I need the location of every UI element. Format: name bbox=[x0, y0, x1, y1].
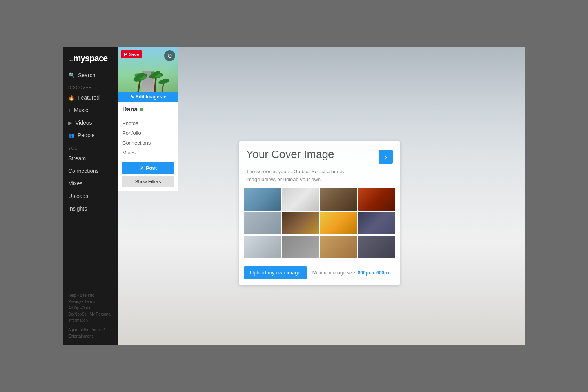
profile-menu-portfolio[interactable]: Portfolio bbox=[118, 128, 178, 138]
logo-dots: ::: bbox=[68, 56, 73, 62]
upload-image-button[interactable]: Upload my own image bbox=[244, 266, 307, 279]
pinterest-save-label: Save bbox=[129, 52, 139, 57]
cover-thumb-7[interactable] bbox=[320, 212, 357, 234]
sidebar-item-uploads[interactable]: Uploads bbox=[63, 190, 118, 202]
pinterest-p-icon: P bbox=[124, 51, 127, 57]
sidebar-item-stream[interactable]: Stream bbox=[63, 152, 118, 165]
post-button[interactable]: ↗ Post bbox=[122, 162, 174, 174]
profile-menu-photos[interactable]: Photos bbox=[118, 118, 178, 128]
show-filters-button[interactable]: Show Filters bbox=[122, 176, 174, 187]
profile-name: Dana bbox=[122, 106, 174, 113]
post-label: Post bbox=[146, 165, 157, 171]
cover-thumb-6[interactable] bbox=[282, 212, 319, 234]
cover-panel-header: Your Cover Image › bbox=[239, 141, 400, 168]
profile-menu: Photos Portfolio Connections Mixes bbox=[118, 117, 178, 159]
pinterest-save-button[interactable]: P Save bbox=[121, 50, 142, 58]
search-button[interactable]: 🔍 Search bbox=[63, 69, 118, 82]
cover-thumb-3[interactable] bbox=[320, 188, 357, 211]
videos-icon: ▶ bbox=[68, 120, 72, 126]
people-label: People bbox=[78, 132, 95, 138]
sidebar: :::myspace 🔍 Search DISCOVER 🔥 Featured … bbox=[63, 47, 118, 345]
main-content: P Save ⊙ ✎ Edit Images ▾ bbox=[118, 47, 525, 345]
edit-images-button[interactable]: ✎ Edit Images ▾ bbox=[118, 92, 178, 102]
sidebar-item-videos[interactable]: ▶ Videos bbox=[63, 116, 118, 129]
sidebar-item-mixes[interactable]: Mixes bbox=[63, 177, 118, 190]
cover-thumb-8[interactable] bbox=[358, 212, 395, 234]
app-logo: :::myspace bbox=[63, 47, 118, 69]
cover-panel-footer: Upload my own image Minimum image size: … bbox=[239, 263, 400, 285]
edit-icon: ✎ bbox=[130, 94, 134, 100]
discover-section-label: DISCOVER bbox=[63, 82, 118, 91]
cover-thumb-2[interactable] bbox=[282, 188, 319, 211]
people-icon: 👥 bbox=[68, 132, 74, 138]
cover-thumb-4[interactable] bbox=[358, 188, 395, 211]
action-buttons: ↗ Post Show Filters bbox=[118, 159, 178, 191]
profile-menu-mixes[interactable]: Mixes bbox=[118, 148, 178, 158]
online-indicator bbox=[140, 108, 143, 111]
min-size-value: 800px x 600px bbox=[358, 270, 390, 276]
profile-card: P Save ⊙ ✎ Edit Images ▾ bbox=[118, 47, 178, 159]
you-section-label: YOU bbox=[63, 142, 118, 152]
cover-next-button[interactable]: › bbox=[379, 150, 393, 164]
search-icon: 🔍 bbox=[68, 72, 75, 78]
chevron-down-icon: ▾ bbox=[163, 94, 166, 100]
profile-info: Dana bbox=[118, 102, 178, 117]
cover-area: P Save ⊙ ✎ Edit Images ▾ bbox=[118, 47, 525, 345]
cover-thumb-9[interactable] bbox=[244, 236, 281, 258]
cover-thumb-1[interactable] bbox=[244, 188, 281, 211]
search-label: Search bbox=[78, 72, 95, 78]
cover-thumb-11[interactable] bbox=[320, 236, 357, 258]
cover-panel-description: The screen is yours. Go big. Select a hi… bbox=[239, 168, 400, 188]
sidebar-item-insights[interactable]: Insights bbox=[63, 202, 118, 215]
sidebar-item-connections[interactable]: Connections bbox=[63, 165, 118, 177]
videos-label: Videos bbox=[75, 120, 92, 126]
edit-images-label: Edit Images bbox=[136, 94, 162, 100]
profile-name-text: Dana bbox=[122, 106, 138, 113]
cover-image-grid bbox=[244, 188, 395, 258]
post-icon: ↗ bbox=[139, 165, 143, 171]
cover-grid-wrapper bbox=[239, 188, 400, 263]
cover-thumb-5[interactable] bbox=[244, 212, 281, 234]
cover-thumb-12[interactable] bbox=[358, 236, 395, 258]
featured-label: Featured bbox=[78, 94, 100, 101]
profile-menu-connections[interactable]: Connections bbox=[118, 138, 178, 148]
cover-image-panel: Your Cover Image › The screen is yours. … bbox=[239, 141, 400, 285]
sidebar-item-featured[interactable]: 🔥 Featured bbox=[63, 91, 118, 104]
cover-panel-title: Your Cover Image bbox=[246, 148, 334, 161]
camera-search-icon: ⊙ bbox=[167, 53, 172, 59]
cover-thumb-10[interactable] bbox=[282, 236, 319, 258]
min-size-text: Minimum image size: 800px x 600px bbox=[312, 270, 390, 276]
sidebar-item-music[interactable]: ♪ Music bbox=[63, 104, 118, 116]
sidebar-item-people[interactable]: 👥 People bbox=[63, 129, 118, 142]
music-icon: ♪ bbox=[68, 107, 71, 113]
featured-icon: 🔥 bbox=[68, 95, 74, 101]
sidebar-footer: Help • Site Info Privacy • Terms Ad Opt-… bbox=[63, 287, 118, 345]
music-label: Music bbox=[74, 107, 89, 113]
profile-photo-wrap: P Save ⊙ ✎ Edit Images ▾ bbox=[118, 47, 178, 102]
photo-search-button[interactable]: ⊙ bbox=[164, 50, 175, 61]
